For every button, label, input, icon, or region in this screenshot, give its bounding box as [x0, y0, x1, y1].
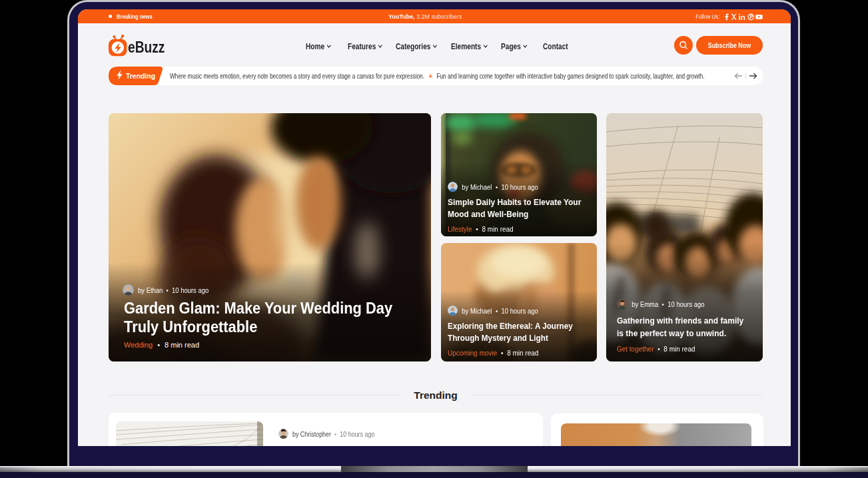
svg-text:Trending: Trending	[126, 72, 155, 80]
